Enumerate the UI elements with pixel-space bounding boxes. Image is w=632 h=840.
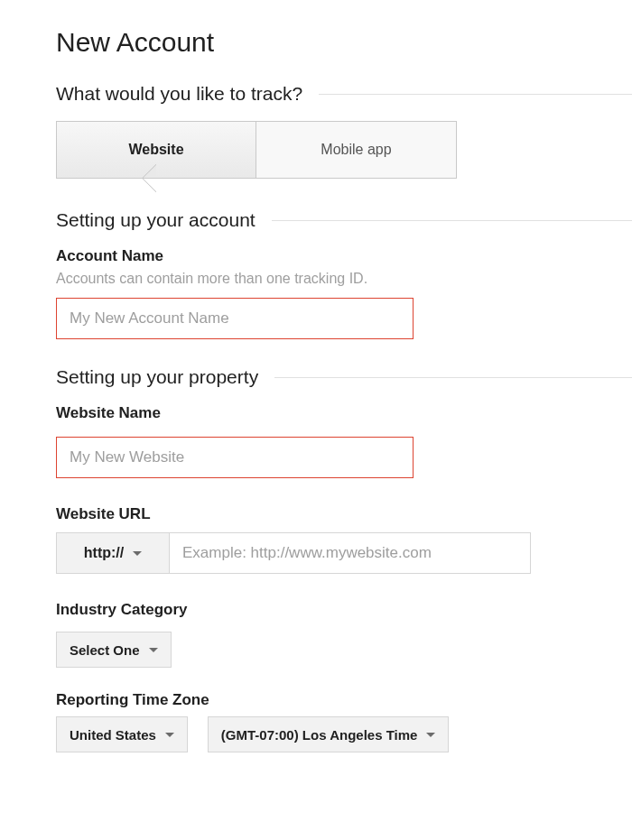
industry-category-select[interactable]: Select One [56,632,172,668]
protocol-selected-label: http:// [84,545,124,561]
account-name-input[interactable] [56,298,414,339]
timezone-country-select[interactable]: United States [56,716,188,752]
tab-website[interactable]: Website [56,121,256,179]
section-heading-account: Setting up your account [56,209,256,231]
timezone-value-select[interactable]: (GMT-07:00) Los Angeles Time [208,716,450,752]
section-heading-track: What would you like to track? [56,83,302,105]
tab-mobile-app[interactable]: Mobile app [256,121,457,179]
website-name-label: Website Name [56,404,632,422]
divider [274,377,632,378]
chevron-down-icon [149,648,158,652]
chevron-down-icon [426,733,435,737]
page-title: New Account [56,27,632,58]
chevron-down-icon [165,733,174,737]
account-name-help: Accounts can contain more than one track… [56,271,632,287]
website-url-label: Website URL [56,505,632,523]
account-name-label: Account Name [56,247,632,265]
industry-selected-label: Select One [70,642,140,658]
tab-mobile-label: Mobile app [321,142,391,158]
timezone-value-label: (GMT-07:00) Los Angeles Time [221,727,418,743]
website-name-input[interactable] [56,437,414,478]
track-type-tabs: Website Mobile app [56,121,632,179]
reporting-timezone-label: Reporting Time Zone [56,691,632,709]
divider [319,94,632,95]
section-property: Setting up your property [56,366,632,388]
timezone-country-label: United States [70,727,156,743]
divider [272,220,632,221]
website-url-input[interactable] [170,532,531,574]
section-track: What would you like to track? [56,83,632,105]
chevron-down-icon [133,551,142,556]
protocol-select[interactable]: http:// [56,532,170,574]
tab-website-label: Website [128,142,183,158]
section-heading-property: Setting up your property [56,366,258,388]
section-account: Setting up your account [56,209,632,231]
industry-category-label: Industry Category [56,601,632,619]
